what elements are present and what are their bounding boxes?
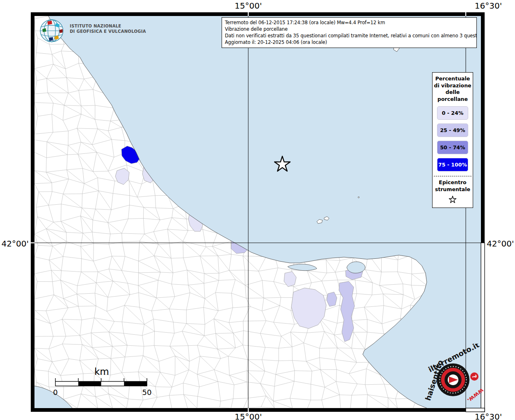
- legend-item-25-49: 25 - 49%: [437, 123, 468, 137]
- latitude-label-left-42-00: 42°00': [1, 239, 29, 249]
- legend-item-50-74: 50 - 74%: [437, 141, 468, 154]
- longitude-label-bottom-16-30: 16°30': [469, 412, 508, 420]
- legend-item-label: 0 - 24%: [442, 110, 464, 116]
- scale-ticks: [55, 378, 147, 381]
- legend: Percentuale di vibrazione delle porcella…: [432, 72, 473, 208]
- ingv-name-line2: DI GEOFISICA E VULCANOLOGIA: [70, 29, 146, 34]
- scale-start-label: 0: [53, 388, 57, 397]
- ingv-name-line1: ISTITUTO NAZIONALE: [70, 23, 146, 29]
- longitude-label-top-15-00: 15°00': [229, 1, 268, 11]
- event-updated: Aggiornato il: 20-12-2025 04:06 (ora loc…: [225, 39, 474, 46]
- watermark-text-www: www.: [466, 387, 485, 404]
- legend-title-line: delle: [433, 89, 473, 96]
- scale-unit-label: km: [94, 366, 109, 377]
- event-effect: Vibrazione delle porcellane: [225, 26, 474, 32]
- legend-title-line: di vibrazione: [433, 82, 473, 89]
- map-page: 15°00' 16°30' 15°00' 16°30' 42°00' 42°00…: [0, 0, 515, 420]
- haisentitoilterremoto-logo: haisentito ilterremoto.it ? www.: [423, 344, 486, 409]
- islet: [358, 196, 359, 198]
- legend-epicenter-line: Epicentro: [433, 179, 473, 186]
- event-disclaimer: Dati non verificati estratti da 35 quest…: [225, 32, 474, 39]
- scale-bar-segment: [124, 381, 147, 386]
- legend-epicenter-label: Epicentro strumentale: [433, 179, 473, 193]
- scale-bar: km 0 50: [48, 364, 163, 399]
- epicenter-legend-icon: [448, 194, 458, 204]
- legend-title-line: Percentuale: [433, 75, 473, 82]
- longitude-label-bottom-15-00: 15°00': [229, 412, 268, 420]
- legend-item-label: 50 - 74%: [440, 144, 465, 151]
- legend-separator: [434, 176, 472, 176]
- scale-bar-segment: [78, 381, 101, 386]
- latitude-label-right-42-00: 42°00': [487, 239, 515, 249]
- legend-item-0-24: 0 - 24%: [437, 106, 468, 120]
- legend-item-label: 75 - 100%: [438, 162, 467, 168]
- legend-epicenter-line: strumentale: [433, 186, 473, 193]
- scale-end-label: 50: [142, 388, 152, 397]
- legend-title-line: porcellane: [433, 96, 473, 103]
- legend-title: Percentuale di vibrazione delle porcella…: [433, 75, 473, 103]
- ingv-logo-block: ISTITUTO NAZIONALE DI GEOFISICA E VULCAN…: [39, 18, 146, 43]
- longitude-label-top-16-30: 16°30': [469, 1, 508, 11]
- legend-item-75-100: 75 - 100%: [437, 158, 468, 171]
- ingv-globe-icon: [39, 18, 66, 43]
- ingv-name: ISTITUTO NAZIONALE DI GEOFISICA E VULCAN…: [70, 23, 146, 34]
- event-title: Terremoto del 06-12-2015 17:24:38 (ora l…: [225, 19, 474, 26]
- event-info-box: Terremoto del 06-12-2015 17:24:38 (ora l…: [222, 17, 477, 48]
- legend-item-label: 25 - 49%: [440, 127, 465, 133]
